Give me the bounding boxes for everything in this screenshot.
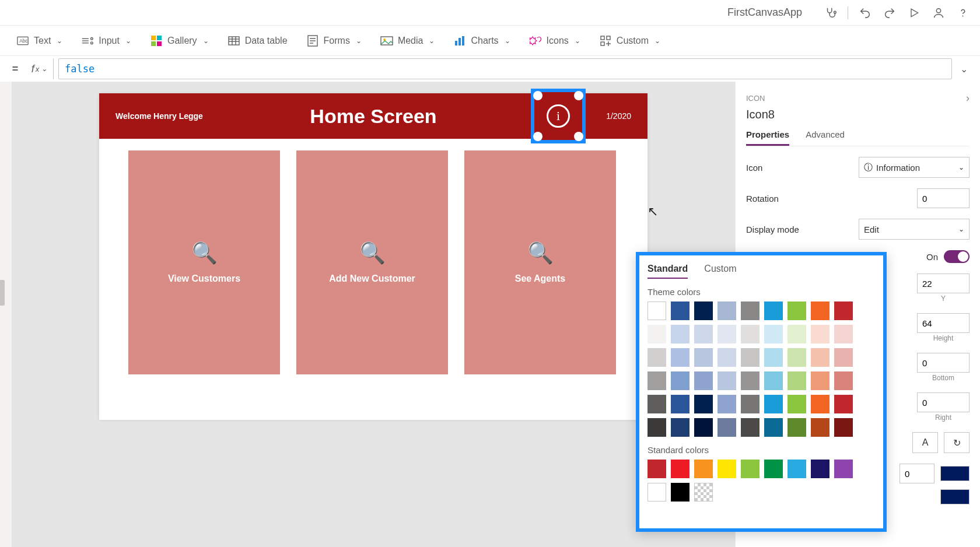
resize-handle[interactable] bbox=[533, 132, 542, 141]
colortab-standard[interactable]: Standard bbox=[648, 264, 688, 279]
color-swatch[interactable] bbox=[788, 325, 806, 343]
app-frame[interactable]: Welcome Henry Legge Home Screen 1/2020 i… bbox=[99, 93, 648, 420]
color-swatch-button[interactable] bbox=[940, 466, 970, 481]
stethoscope-icon[interactable] bbox=[823, 5, 838, 20]
color-swatch[interactable] bbox=[694, 395, 713, 413]
chevron-right-icon[interactable]: › bbox=[966, 92, 970, 104]
colortab-custom[interactable]: Custom bbox=[704, 264, 736, 279]
prop-right-input[interactable] bbox=[917, 392, 970, 412]
color-swatch[interactable] bbox=[788, 301, 806, 320]
color-swatch[interactable] bbox=[788, 348, 806, 367]
ribbon-input[interactable]: Input⌄ bbox=[81, 36, 131, 46]
panel-handle[interactable] bbox=[0, 280, 5, 306]
color-swatch[interactable] bbox=[788, 395, 806, 413]
prop-y-input[interactable] bbox=[917, 274, 970, 293]
color-swatch[interactable] bbox=[834, 348, 853, 367]
color-swatch[interactable] bbox=[718, 371, 736, 390]
color-swatch[interactable] bbox=[648, 301, 666, 320]
color-swatch[interactable] bbox=[694, 348, 713, 367]
color-swatch[interactable] bbox=[718, 418, 736, 437]
prop-height-input[interactable] bbox=[917, 313, 970, 333]
color-swatch[interactable] bbox=[671, 371, 690, 390]
fx-button[interactable]: fx⌄ bbox=[26, 58, 54, 79]
color-swatch[interactable] bbox=[811, 460, 830, 478]
color-swatch[interactable] bbox=[671, 301, 690, 320]
ribbon-icons[interactable]: Icons⌄ bbox=[529, 36, 580, 46]
tab-advanced[interactable]: Advanced bbox=[806, 129, 845, 146]
color-swatch[interactable] bbox=[764, 301, 783, 320]
color-swatch[interactable] bbox=[741, 301, 760, 320]
tab-properties[interactable]: Properties bbox=[746, 129, 789, 146]
color-swatch[interactable] bbox=[671, 395, 690, 413]
prop-displaymode-dropdown[interactable]: Edit ⌄ bbox=[859, 219, 970, 240]
color-swatch[interactable] bbox=[694, 325, 713, 343]
color-swatch[interactable] bbox=[764, 371, 783, 390]
color-swatch[interactable] bbox=[718, 325, 736, 343]
play-icon[interactable] bbox=[907, 5, 922, 20]
color-swatch[interactable] bbox=[834, 371, 853, 390]
color-swatch[interactable] bbox=[811, 371, 830, 390]
color-swatch[interactable] bbox=[811, 325, 830, 343]
ribbon-text[interactable]: Abc Text⌄ bbox=[16, 36, 62, 46]
color-swatch[interactable] bbox=[811, 418, 830, 437]
color-swatch[interactable] bbox=[648, 395, 666, 413]
color-swatch[interactable] bbox=[694, 371, 713, 390]
color-swatch[interactable] bbox=[764, 348, 783, 367]
font-color-button[interactable]: A bbox=[912, 432, 938, 453]
color-swatch[interactable] bbox=[694, 460, 713, 478]
ribbon-media[interactable]: Media⌄ bbox=[380, 36, 435, 46]
color-swatch[interactable] bbox=[811, 348, 830, 367]
color-swatch[interactable] bbox=[648, 348, 666, 367]
color-swatch[interactable] bbox=[648, 483, 666, 502]
ribbon-charts[interactable]: Charts⌄ bbox=[453, 36, 510, 46]
help-icon[interactable] bbox=[956, 5, 971, 20]
card-view-customers[interactable]: 🔍 View Customers bbox=[128, 150, 280, 374]
color-swatch[interactable] bbox=[741, 325, 760, 343]
color-swatch[interactable] bbox=[764, 395, 783, 413]
ribbon-gallery[interactable]: Gallery⌄ bbox=[150, 36, 209, 46]
color-swatch[interactable] bbox=[671, 483, 690, 502]
ribbon-custom[interactable]: Custom⌄ bbox=[599, 36, 660, 46]
redo-icon[interactable] bbox=[882, 5, 897, 20]
color-swatch[interactable] bbox=[694, 301, 713, 320]
color-swatch[interactable] bbox=[834, 301, 853, 320]
color-swatch[interactable] bbox=[671, 348, 690, 367]
card-add-customer[interactable]: 🔍 Add New Customer bbox=[296, 150, 448, 374]
color-swatch[interactable] bbox=[741, 460, 760, 478]
color-swatch[interactable] bbox=[741, 395, 760, 413]
resize-handle[interactable] bbox=[533, 91, 542, 100]
color-swatch[interactable] bbox=[834, 460, 853, 478]
color-swatch[interactable] bbox=[718, 348, 736, 367]
canvas-area[interactable]: Welcome Henry Legge Home Screen 1/2020 i… bbox=[12, 82, 735, 547]
expand-formula-icon[interactable]: ⌄ bbox=[957, 64, 971, 75]
color-swatch[interactable] bbox=[788, 418, 806, 437]
resize-handle[interactable] bbox=[574, 91, 583, 100]
undo-icon[interactable] bbox=[858, 5, 873, 20]
color-swatch[interactable] bbox=[648, 460, 666, 478]
color-swatch[interactable] bbox=[811, 301, 830, 320]
color-swatch[interactable] bbox=[671, 460, 690, 478]
color-swatch[interactable] bbox=[718, 395, 736, 413]
prop-icon-dropdown[interactable]: ⓘInformation ⌄ bbox=[859, 157, 970, 178]
prop-rotation-input[interactable] bbox=[917, 188, 970, 208]
color-swatch[interactable] bbox=[834, 325, 853, 343]
color-swatch-button[interactable] bbox=[940, 489, 970, 504]
color-swatch[interactable] bbox=[718, 460, 736, 478]
color-swatch[interactable] bbox=[764, 460, 783, 478]
color-index-input[interactable] bbox=[900, 464, 935, 483]
color-swatch[interactable] bbox=[648, 418, 666, 437]
person-icon[interactable] bbox=[931, 5, 946, 20]
visible-toggle[interactable] bbox=[944, 250, 970, 263]
color-swatch[interactable] bbox=[788, 460, 806, 478]
color-swatch[interactable] bbox=[764, 325, 783, 343]
color-swatch[interactable] bbox=[671, 325, 690, 343]
ribbon-datatable[interactable]: Data table bbox=[228, 36, 288, 46]
resize-handle[interactable] bbox=[574, 132, 583, 141]
color-swatch[interactable] bbox=[741, 371, 760, 390]
color-swatch[interactable] bbox=[741, 418, 760, 437]
color-swatch[interactable] bbox=[718, 301, 736, 320]
color-swatch[interactable] bbox=[648, 325, 666, 343]
color-swatch[interactable] bbox=[741, 348, 760, 367]
rotate-button[interactable]: ↻ bbox=[944, 432, 970, 453]
color-swatch[interactable] bbox=[811, 395, 830, 413]
